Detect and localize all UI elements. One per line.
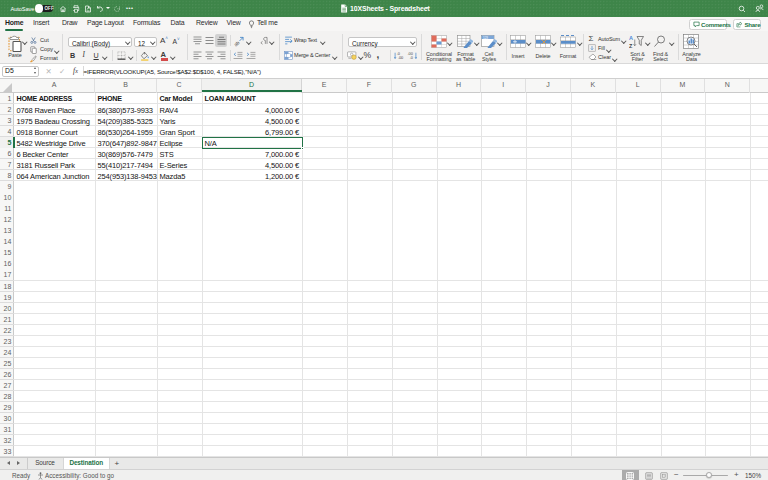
svg-text:.0: .0: [409, 55, 412, 60]
svg-text:123: 123: [483, 36, 488, 40]
svg-text:Z: Z: [629, 43, 633, 49]
svg-text:A: A: [629, 35, 633, 41]
svg-text:.00: .00: [398, 55, 403, 60]
